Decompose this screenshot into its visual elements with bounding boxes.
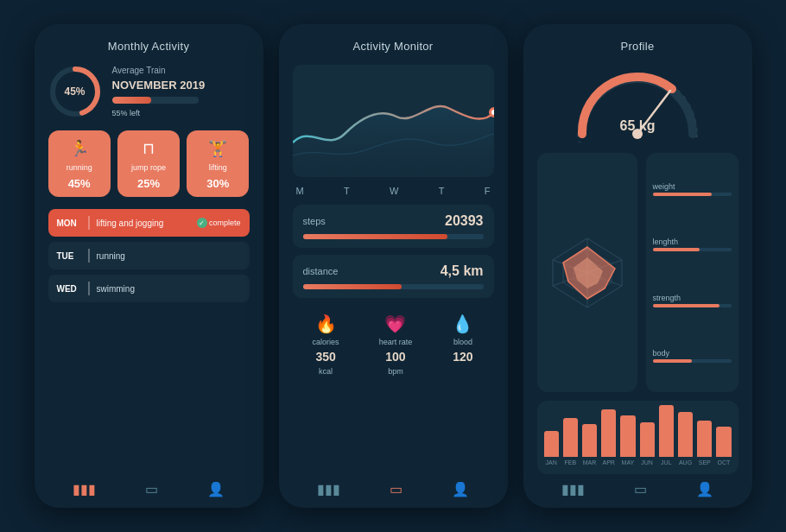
activity-card-lifting[interactable]: 🏋 lifting 30% [187, 130, 249, 197]
calories-name: calories [313, 338, 339, 346]
bottom-nav-2: ▮▮▮ ▭ 👤 [293, 474, 494, 497]
nav2-bar-icon[interactable]: ▮▮▮ [317, 481, 340, 497]
radar-label-weight: weight [653, 182, 732, 196]
nav3-bar-icon[interactable]: ▮▮▮ [561, 481, 585, 497]
radar-label-length: lenghth [653, 238, 732, 251]
bar-month-label: FEB [564, 459, 576, 466]
metric-blood: 💧 blood 120 [452, 314, 473, 376]
steps-value: 20393 [445, 213, 484, 229]
sched-activity-mon: lifting and jogging [97, 218, 190, 228]
bar-month-label: APR [603, 459, 615, 466]
phone-monthly-activity: Monthly Activity 45% Average Train NOVEM… [35, 24, 263, 508]
radar-chart [537, 153, 637, 392]
steps-label-row: steps 20393 [303, 213, 484, 229]
nav3-profile-icon[interactable]: 👤 [696, 481, 713, 497]
bar-col-jul: JUL [659, 405, 674, 466]
heartrate-value: 100 [385, 350, 405, 364]
jumprope-icon: ⊓ [143, 139, 155, 158]
left-label: 55% left [112, 109, 206, 117]
nav-profile-icon[interactable]: 👤 [207, 481, 225, 497]
day-W: W [390, 186, 398, 196]
lifting-icon: 🏋 [208, 139, 227, 158]
radar-strength-bar [653, 304, 732, 307]
running-pct: 45% [68, 177, 91, 190]
metric-heartrate: 💗 heart rate 100 bpm [379, 314, 413, 376]
bar-month-label: JUL [661, 459, 671, 466]
sched-day-mon: MON [57, 218, 81, 228]
bar-rect [544, 431, 559, 457]
bar-rect [640, 422, 655, 457]
monthly-info: Average Train NOVEMBER 2019 55% left [112, 66, 206, 117]
heartrate-icon: 💗 [384, 314, 406, 334]
sched-divider [88, 216, 90, 230]
bar-rect [601, 409, 616, 457]
activity-card-running[interactable]: 🏃 running 45% [48, 130, 111, 197]
phone1-title: Monthly Activity [48, 40, 250, 53]
day-labels: M T W T F [293, 186, 494, 196]
day-T2: T [439, 186, 445, 196]
phone-profile: Profile 65 kg [523, 24, 752, 508]
complete-badge: ✓ complete [197, 218, 241, 228]
nav2-profile-icon[interactable]: 👤 [452, 481, 469, 497]
heartrate-name: heart rate [379, 338, 413, 346]
radar-body-name: body [653, 349, 732, 358]
schedule-item-tue[interactable]: TUE running [48, 242, 250, 269]
calories-unit: kcal [319, 367, 333, 376]
bar-col-jan: JAN [544, 431, 559, 466]
distance-label: distance [303, 266, 339, 276]
blood-icon: 💧 [452, 314, 473, 334]
nav-bar-chart-icon[interactable]: ▮▮▮ [73, 481, 96, 497]
schedule-item-wed[interactable]: WED swimming [48, 275, 250, 302]
lifting-label: lifting [209, 163, 227, 172]
bar-rect [659, 405, 674, 457]
bar-rect [697, 421, 712, 457]
bar-col-jun: JUN [640, 422, 655, 466]
radar-label-body: body [653, 349, 732, 363]
bar-month-label: MAY [622, 459, 635, 466]
activity-card-jumprope[interactable]: ⊓ jump rope 25% [117, 130, 180, 197]
complete-check-icon: ✓ [197, 218, 207, 228]
radar-weight-bar [653, 193, 732, 196]
nav-monitor-icon[interactable]: ▭ [145, 481, 158, 497]
bar-rect [582, 424, 597, 457]
bar-rect [716, 427, 731, 457]
distance-stat: distance 4,5 km [293, 255, 494, 298]
steps-label: steps [303, 216, 326, 226]
metric-calories: 🔥 calories 350 kcal [313, 314, 339, 376]
schedule-item-mon[interactable]: MON lifting and jogging ✓ complete [48, 209, 250, 237]
blood-value: 120 [453, 350, 472, 364]
bar-col-mar: MAR [582, 424, 597, 466]
running-icon: 🏃 [70, 139, 89, 158]
blood-name: blood [453, 338, 472, 346]
bar-col-oct: OCT [716, 427, 731, 466]
month-label: NOVEMBER 2019 [112, 79, 206, 92]
bar-month-label: JUN [641, 459, 653, 466]
bar-month-label: OCT [718, 459, 731, 466]
bar-month-label: SEP [699, 459, 711, 466]
bar-month-label: MAR [583, 459, 597, 466]
bar-month-label: JAN [545, 459, 556, 466]
sched-activity-wed: swimming [97, 284, 241, 294]
profile-bottom: weight lenghth strength body [537, 153, 738, 392]
nav3-monitor-icon[interactable]: ▭ [634, 481, 647, 497]
sched-divider-tue [88, 249, 90, 263]
bar-col-may: MAY [620, 415, 635, 466]
bar-rect [620, 415, 635, 457]
radar-weight-name: weight [653, 182, 732, 191]
heartrate-unit: bpm [388, 367, 403, 376]
bar-chart-section: JANFEBMARAPRMAYJUNJULAUGSEPOCT [537, 401, 738, 474]
distance-bar [303, 284, 484, 289]
bottom-nav-3: ▮▮▮ ▭ 👤 [537, 474, 738, 497]
distance-bar-fill [303, 284, 403, 289]
bar-col-aug: AUG [678, 412, 693, 466]
progress-bar-container [112, 97, 199, 104]
sched-divider-wed [88, 282, 90, 295]
bottom-nav-1: ▮▮▮ ▭ 👤 [48, 474, 250, 497]
steps-stat: steps 20393 [293, 205, 494, 248]
nav2-monitor-icon[interactable]: ▭ [390, 481, 403, 497]
sched-activity-tue: running [97, 251, 241, 261]
distance-label-row: distance 4,5 km [303, 263, 484, 279]
steps-bar-fill [303, 234, 447, 239]
metrics-row: 🔥 calories 350 kcal 💗 heart rate 100 bpm… [293, 314, 494, 376]
day-T1: T [344, 186, 350, 196]
